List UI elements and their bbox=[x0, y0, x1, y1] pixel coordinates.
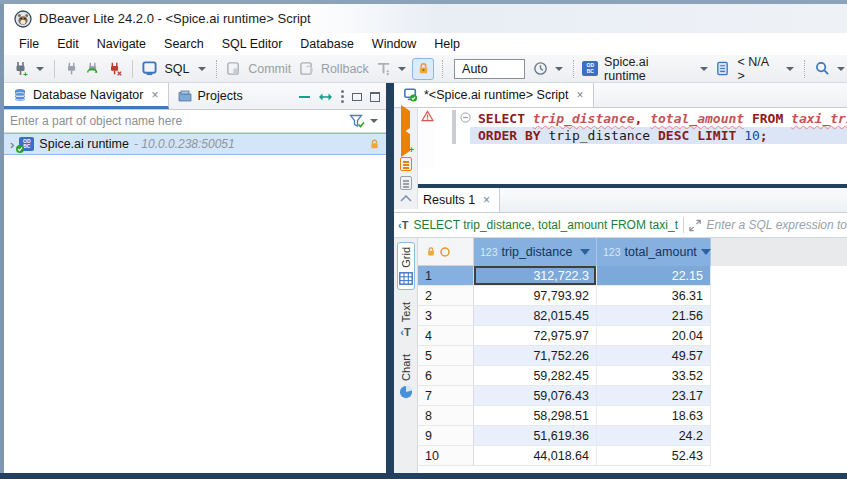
results-panel: Results 1 × ‹T SELECT trip_distance, tot… bbox=[394, 188, 847, 473]
code-area[interactable]: SELECT trip_distance, total_amount FROM … bbox=[476, 110, 847, 144]
annotation-ruler bbox=[419, 108, 435, 168]
results-tabbar: Results 1 × bbox=[394, 188, 847, 213]
vtab-chart[interactable]: Chart bbox=[398, 350, 414, 403]
fold-minus-icon[interactable] bbox=[460, 112, 471, 123]
menu-navigate[interactable]: Navigate bbox=[88, 35, 155, 53]
execute-script-disabled-icon[interactable] bbox=[400, 176, 412, 190]
sql-editor-label[interactable]: SQL bbox=[165, 62, 190, 76]
table-row[interactable]: 571,752.2649.57 bbox=[418, 346, 847, 366]
expression-placeholder: Enter a SQL expression to bbox=[706, 218, 847, 232]
execute-statement-icon[interactable] bbox=[401, 111, 410, 129]
menu-help[interactable]: Help bbox=[425, 35, 469, 53]
sort-arrow-icon[interactable] bbox=[701, 249, 711, 255]
editor-tabbar: *<Spice.ai runtime> Script × bbox=[394, 83, 847, 108]
commit-mode-value: Auto bbox=[462, 62, 488, 76]
menu-database[interactable]: Database bbox=[291, 35, 363, 53]
result-grid: 123 trip_distance 123 total_amount 1312,… bbox=[418, 238, 847, 473]
table-row[interactable]: 1044,018.6452.43 bbox=[418, 446, 847, 466]
text-presentation-icon: ‹T bbox=[400, 326, 410, 338]
view-menu-icon[interactable] bbox=[341, 90, 344, 103]
editor-side-toolbar: + bbox=[394, 108, 418, 209]
active-connection-label[interactable]: Spice.ai runtime bbox=[604, 55, 692, 83]
table-row[interactable]: 472,975.9720.04 bbox=[418, 326, 847, 346]
table-row[interactable]: 759,076.4323.17 bbox=[418, 386, 847, 406]
menubar: File Edit Navigate Search SQL Editor Dat… bbox=[4, 33, 847, 55]
database-dropdown[interactable] bbox=[786, 67, 794, 71]
vtab-text[interactable]: Text ‹T bbox=[399, 298, 413, 342]
table-row[interactable]: 659,282.4533.52 bbox=[418, 366, 847, 386]
connection-address: - 10.0.0.238:50051 bbox=[134, 137, 235, 151]
menu-search[interactable]: Search bbox=[155, 35, 213, 53]
object-filter-placeholder: Enter a part of object name here bbox=[10, 114, 349, 128]
column-name: trip_distance bbox=[502, 245, 573, 259]
menu-edit[interactable]: Edit bbox=[48, 35, 88, 53]
expander-chevron-icon[interactable]: › bbox=[10, 138, 14, 151]
filter-funnel-icon[interactable] bbox=[349, 114, 365, 128]
results-filter-bar[interactable]: ‹T SELECT trip_distance, total_amount FR… bbox=[394, 213, 847, 238]
menu-window[interactable]: Window bbox=[363, 35, 425, 53]
filter-dropdown[interactable] bbox=[370, 119, 378, 123]
table-row[interactable]: 951,619.3624.2 bbox=[418, 426, 847, 446]
table-row[interactable]: 382,015.4521.56 bbox=[418, 306, 847, 326]
tab-database-navigator[interactable]: Database Navigator × bbox=[4, 83, 169, 109]
commit-icon[interactable] bbox=[225, 60, 243, 78]
link-with-editor-icon[interactable] bbox=[318, 92, 333, 102]
execute-new-tab-icon[interactable]: + bbox=[401, 134, 410, 152]
disconnect-icon[interactable] bbox=[106, 60, 124, 78]
search-dropdown[interactable] bbox=[837, 67, 845, 71]
sql-line-1: SELECT trip_distance, total_amount FROM … bbox=[476, 110, 847, 127]
navigator-tabbar: Database Navigator × Projects bbox=[4, 83, 386, 110]
query-preview: SELECT trip_distance, total_amount FROM … bbox=[413, 218, 678, 232]
transaction-log-icon[interactable] bbox=[375, 60, 393, 78]
expand-icon[interactable] bbox=[689, 219, 701, 232]
table-row[interactable]: 1312,722.322.15 bbox=[418, 266, 847, 286]
table-row[interactable]: 858,298.5118.63 bbox=[418, 406, 847, 426]
menu-file[interactable]: File bbox=[10, 35, 48, 53]
sort-arrow-icon[interactable] bbox=[580, 249, 590, 255]
collapse-all-icon[interactable] bbox=[299, 96, 310, 98]
object-filter-bar[interactable]: Enter a part of object name here bbox=[4, 110, 386, 133]
transaction-dropdown[interactable] bbox=[398, 67, 406, 71]
connection-name: Spice.ai runtime bbox=[39, 137, 129, 151]
close-icon[interactable]: × bbox=[151, 88, 158, 102]
rollback-label[interactable]: Rollback bbox=[321, 62, 369, 76]
active-database-label[interactable]: < N/A > bbox=[738, 55, 779, 83]
sql-editor[interactable]: + SELECT trip_distance, total_amount FRO… bbox=[394, 108, 847, 168]
new-connection-icon[interactable]: + bbox=[12, 60, 30, 78]
reconnect-icon[interactable] bbox=[85, 60, 103, 78]
transaction-history-dropdown[interactable] bbox=[555, 67, 563, 71]
new-connection-dropdown[interactable] bbox=[36, 67, 44, 71]
close-icon[interactable]: × bbox=[577, 88, 584, 102]
connection-lock-toggle[interactable] bbox=[412, 58, 434, 80]
search-icon[interactable] bbox=[813, 60, 831, 78]
connection-tree-item[interactable]: › ODBC Spice.ai runtime - 10.0.0.238:500… bbox=[4, 133, 386, 155]
results-body: Grid Text ‹T Chart bbox=[394, 238, 847, 473]
table-row[interactable]: 297,793.9236.31 bbox=[418, 286, 847, 306]
maximize-view-icon[interactable] bbox=[370, 92, 380, 102]
rollback-icon[interactable] bbox=[297, 60, 315, 78]
tab-sql-script[interactable]: *<Spice.ai runtime> Script × bbox=[394, 83, 594, 107]
menu-sql-editor[interactable]: SQL Editor bbox=[213, 35, 292, 53]
minimize-view-icon[interactable] bbox=[352, 93, 362, 101]
collapse-chevron-icon[interactable] bbox=[400, 195, 412, 202]
vtab-grid[interactable]: Grid bbox=[397, 242, 415, 290]
status-circle-icon bbox=[440, 247, 450, 257]
column-header-total-amount[interactable]: 123 total_amount bbox=[597, 238, 711, 266]
vertical-sash[interactable] bbox=[386, 83, 394, 473]
connect-icon[interactable] bbox=[63, 60, 81, 78]
sql-editor-dropdown[interactable] bbox=[198, 67, 206, 71]
grid-corner-cell[interactable] bbox=[418, 238, 474, 266]
tab-projects[interactable]: Projects bbox=[169, 83, 252, 109]
active-database-icon bbox=[714, 60, 732, 78]
commit-label[interactable]: Commit bbox=[248, 62, 291, 76]
execute-script-icon[interactable] bbox=[400, 157, 412, 171]
sql-editor-icon[interactable] bbox=[141, 60, 159, 78]
sql-line-2: ORDER BY trip_distance DESC LIMIT 10; bbox=[470, 127, 847, 144]
connection-dropdown[interactable] bbox=[700, 67, 708, 71]
commit-mode-combo[interactable]: Auto bbox=[454, 59, 525, 79]
main-toolbar: + SQL Commit Rollback bbox=[4, 55, 847, 83]
column-header-trip-distance[interactable]: 123 trip_distance bbox=[474, 238, 597, 266]
navigator-toolbar bbox=[299, 83, 380, 110]
transaction-history-icon[interactable] bbox=[532, 60, 550, 78]
close-icon[interactable]: × bbox=[483, 193, 490, 207]
